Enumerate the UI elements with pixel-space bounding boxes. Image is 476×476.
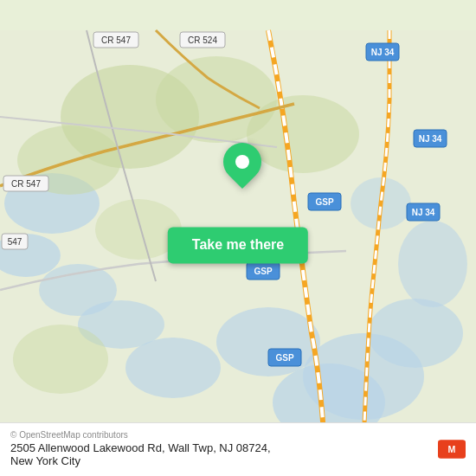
bottom-bar: © OpenStreetMap contributors 2505 Allenw… bbox=[0, 422, 476, 476]
moovit-icon: M bbox=[438, 435, 466, 463]
map-container: CR 547 CR 547 CR 524 NJ 34 NJ 34 NJ 34 G… bbox=[0, 0, 476, 476]
svg-text:CR 547: CR 547 bbox=[101, 35, 131, 45]
svg-text:GSP: GSP bbox=[254, 267, 272, 276]
svg-text:CR 524: CR 524 bbox=[188, 35, 217, 45]
svg-point-8 bbox=[368, 299, 463, 368]
address-section: © OpenStreetMap contributors 2505 Allenw… bbox=[10, 430, 271, 467]
svg-point-5 bbox=[125, 338, 221, 398]
svg-text:NJ 34: NJ 34 bbox=[419, 134, 442, 144]
map-attribution: © OpenStreetMap contributors bbox=[10, 430, 271, 440]
svg-point-9 bbox=[398, 221, 467, 307]
svg-point-15 bbox=[247, 95, 359, 173]
svg-point-17 bbox=[13, 325, 108, 394]
svg-text:547: 547 bbox=[8, 237, 23, 247]
svg-text:CR 547: CR 547 bbox=[11, 179, 41, 189]
svg-text:GSP: GSP bbox=[275, 353, 293, 363]
take-me-there-button[interactable]: Take me there bbox=[168, 227, 308, 263]
svg-text:GSP: GSP bbox=[315, 197, 333, 207]
svg-point-6 bbox=[216, 307, 320, 376]
moovit-logo: M bbox=[438, 435, 466, 463]
svg-text:NJ 34: NJ 34 bbox=[371, 48, 395, 57]
address-line: 2505 Allenwood Lakewood Rd, Wall Twp, NJ… bbox=[10, 441, 271, 467]
pin-inner bbox=[235, 155, 249, 169]
svg-text:M: M bbox=[448, 444, 456, 454]
map-pin bbox=[215, 143, 261, 181]
pin-outer bbox=[215, 135, 269, 189]
svg-text:NJ 34: NJ 34 bbox=[412, 208, 435, 217]
